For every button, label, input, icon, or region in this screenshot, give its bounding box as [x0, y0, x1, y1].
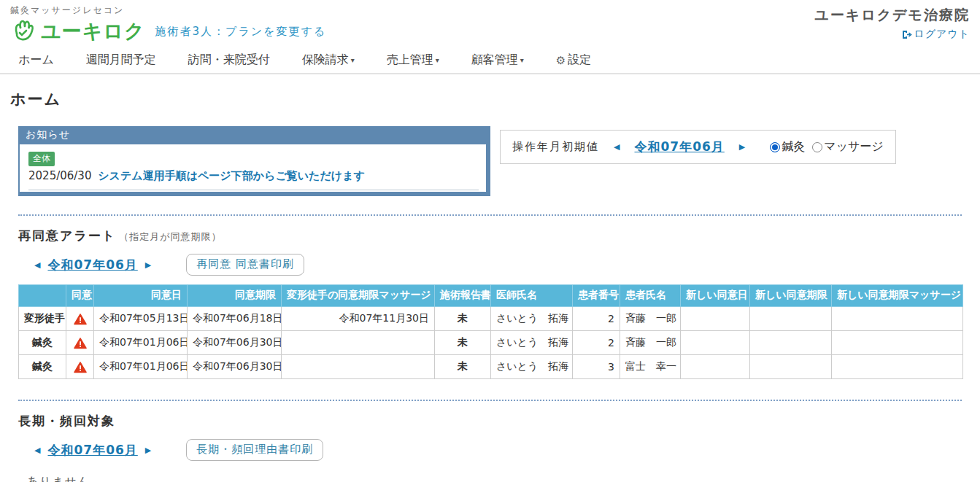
section-divider	[18, 400, 962, 401]
cell-type: 変形徒手	[19, 307, 66, 331]
col-header-new-expiry: 新しい同意期限	[750, 285, 832, 307]
cell-new-expiry	[750, 331, 832, 355]
cell-new-consent-date	[681, 307, 750, 331]
cell-report-status: 未	[435, 307, 491, 331]
radio-option-massage[interactable]: マッサージ	[812, 139, 884, 155]
warning-icon	[74, 314, 87, 325]
nav-item-reception[interactable]: 訪問・来院受付	[188, 53, 270, 68]
cell-report-status: 未	[435, 355, 491, 379]
cell-new-consent-date	[681, 331, 750, 355]
col-header-new-expiry-massage: 新しい同意期限マッサージ	[832, 285, 963, 307]
cell-doctor: さいとう 拓海	[491, 331, 573, 355]
nav-item-insurance-claim[interactable]: 保険請求 ▾	[302, 53, 355, 68]
prev-month-arrow[interactable]: ◀	[606, 142, 627, 152]
cell-new-expiry	[750, 355, 832, 379]
cell-consent-alert	[66, 355, 94, 379]
reconsent-month-link[interactable]: 令和07年06月	[47, 257, 137, 273]
cell-massage-expiry	[282, 355, 435, 379]
warning-icon	[74, 338, 87, 349]
cell-consent-expiry: 令和07年06月30日	[188, 331, 282, 355]
cell-new-expiry-massage	[832, 355, 963, 379]
radio-label: マッサージ	[824, 139, 884, 155]
notice-scope-badge: 全体	[28, 152, 55, 166]
change-plan-link[interactable]: 施術者3人：プランを変更する	[155, 25, 327, 39]
logout-label: ログアウト	[914, 28, 970, 41]
nav-item-customers[interactable]: 顧客管理 ▾	[471, 53, 524, 68]
nav-label: ホーム	[18, 53, 54, 68]
radio-label: 鍼灸	[782, 139, 805, 155]
table-row: 鍼灸 令和07年01月06日 令和07年06月30日 未 さいとう 拓海 2 斉…	[19, 331, 963, 355]
col-header-patient-no: 患者番号	[573, 285, 620, 307]
cell-patient-no: 2	[573, 307, 620, 331]
longterm-section-title: 長期・頻回対象	[18, 413, 962, 429]
nav-label: 設定	[568, 53, 591, 68]
longterm-month-link[interactable]: 令和07年06月	[47, 442, 137, 459]
prev-month-arrow[interactable]: ◀	[27, 446, 47, 455]
warning-icon	[74, 362, 87, 373]
notice-date: 2025/06/30	[28, 169, 91, 182]
reconsent-subtitle: （指定月が同意期限）	[119, 231, 221, 242]
cell-consent-date: 令和07年05月13日	[94, 307, 188, 331]
chevron-down-icon: ▾	[520, 56, 524, 64]
cell-consent-date: 令和07年01月06日	[94, 355, 188, 379]
nav-item-schedule[interactable]: 週間月間予定	[86, 53, 156, 68]
nav-label: 保険請求	[302, 53, 349, 68]
radio-option-acupuncture[interactable]: 鍼灸	[770, 139, 805, 155]
period-selector: 操作年月初期値 ◀ 令和07年06月 ▶ 鍼灸 マッサージ	[500, 130, 896, 164]
notice-item: 全体 2025/06/30 システム運用手順はページ下部からご覧いただけます	[28, 150, 479, 190]
notice-panel: お知らせ 全体 2025/06/30 システム運用手順はページ下部からご覧いただ…	[18, 126, 490, 196]
cell-consent-alert	[66, 331, 94, 355]
col-header-doctor: 医師氏名	[491, 285, 573, 307]
col-header-massage-expiry: 変形徒手の同意期限マッサージ	[282, 285, 435, 307]
cell-new-expiry-massage	[832, 307, 963, 331]
cell-massage-expiry	[282, 331, 435, 355]
table-row: 変形徒手 令和07年05月13日 令和07年06月18日 令和07年11月30日…	[19, 307, 963, 331]
reconsent-section-title: 再同意アラート（指定月が同意期限）	[18, 228, 962, 244]
app-logo-text[interactable]: ユーキロク	[41, 18, 145, 44]
cell-massage-expiry: 令和07年11月30日	[282, 307, 435, 331]
logout-link[interactable]: ログアウト	[814, 28, 970, 41]
cell-patient-name: 斉藤 一郎	[620, 307, 681, 331]
nav-label: 顧客管理	[471, 53, 518, 68]
col-header-report: 施術報告書	[435, 285, 491, 307]
longterm-empty-text: ありません	[27, 475, 962, 482]
reconsent-print-button[interactable]: 再同意 同意書印刷	[186, 254, 304, 276]
cell-new-expiry	[750, 307, 832, 331]
next-month-arrow[interactable]: ▶	[138, 446, 158, 455]
cell-consent-alert	[66, 307, 94, 331]
hand-logo-icon	[10, 19, 38, 44]
reconsent-table: 同意 同意日 同意期限 変形徒手の同意期限マッサージ 施術報告書 医師氏名 患者…	[18, 284, 963, 379]
reconsent-month-nav: ◀ 令和07年06月 ▶ 再同意 同意書印刷	[27, 254, 962, 276]
logout-icon	[901, 29, 912, 40]
cell-consent-expiry: 令和07年06月18日	[188, 307, 282, 331]
main-nav: ホーム 週間月間予定 訪問・来院受付 保険請求 ▾ 売上管理 ▾ 顧客管理 ▾ …	[0, 47, 980, 74]
nav-item-settings[interactable]: ⚙ 設定	[556, 53, 591, 68]
next-month-arrow[interactable]: ▶	[138, 260, 158, 270]
period-month-link[interactable]: 令和07年06月	[634, 139, 724, 155]
col-header-consent-expiry: 同意期限	[188, 285, 282, 307]
cell-patient-name: 斉藤 一郎	[620, 331, 681, 355]
nav-item-home[interactable]: ホーム	[18, 53, 54, 68]
reconsent-title-text: 再同意アラート	[18, 228, 116, 243]
chevron-down-icon: ▾	[351, 56, 355, 64]
page-title: ホーム	[10, 89, 980, 109]
col-header-consent-date: 同意日	[94, 285, 188, 307]
nav-label: 売上管理	[387, 53, 433, 68]
gear-icon: ⚙	[556, 54, 566, 67]
clinic-name: ユーキロクデモ治療院	[814, 6, 970, 25]
cell-consent-date: 令和07年01月06日	[94, 331, 188, 355]
cell-patient-name: 富士 幸一	[620, 355, 681, 379]
prev-month-arrow[interactable]: ◀	[27, 260, 47, 270]
next-month-arrow[interactable]: ▶	[732, 142, 752, 152]
cell-type: 鍼灸	[19, 355, 66, 379]
nav-item-sales[interactable]: 売上管理 ▾	[387, 53, 439, 68]
col-header-consent: 同意	[66, 285, 94, 307]
cell-type: 鍼灸	[19, 331, 66, 355]
cell-new-expiry-massage	[832, 331, 963, 355]
col-header-new-consent-date: 新しい同意日	[681, 285, 750, 307]
period-selector-label: 操作年月初期値	[512, 140, 599, 154]
notice-link[interactable]: システム運用手順はページ下部からご覧いただけます	[98, 169, 365, 182]
section-divider	[18, 214, 962, 216]
cell-report-status: 未	[435, 331, 491, 355]
longterm-print-button[interactable]: 長期・頻回理由書印刷	[186, 439, 323, 461]
